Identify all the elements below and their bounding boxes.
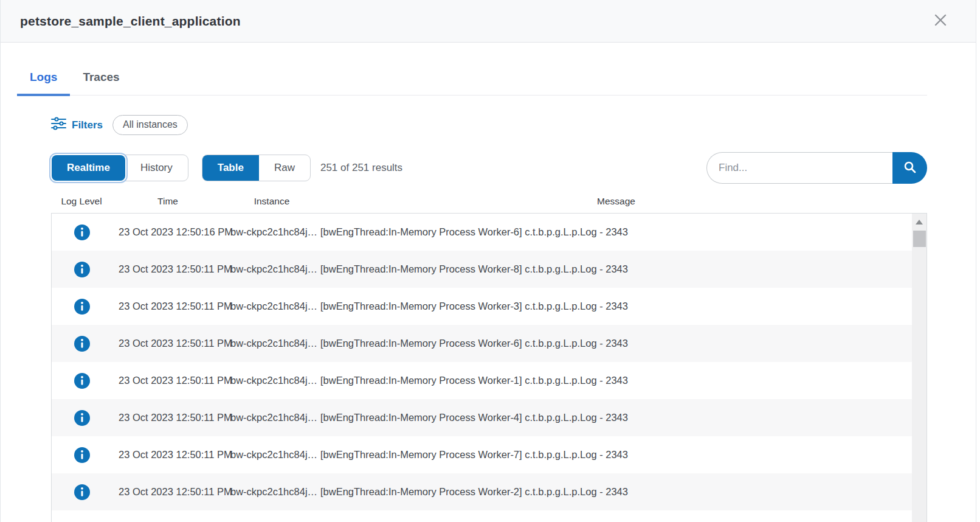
filters-button[interactable]: Filters (51, 117, 103, 133)
scroll-up-button[interactable] (912, 214, 927, 231)
log-time: 23 Oct 2023 12:50:11 PM (112, 338, 224, 349)
results-count: 251 of 251 results (320, 162, 402, 174)
log-table-header: Log Level Time Instance Message (51, 196, 913, 213)
log-message: [bwEngThread:In-Memory Process Worker-6]… (320, 338, 912, 349)
info-level-icon (74, 447, 90, 463)
search-button[interactable] (892, 152, 927, 184)
table-row[interactable]: 23 Oct 2023 12:50:11 PM bw-ckpc2c1hc84j…… (52, 362, 912, 399)
close-button[interactable] (930, 10, 951, 32)
log-message: [bwEngThread:In-Memory Process Worker-2]… (320, 486, 912, 498)
tab-logs[interactable]: Logs (17, 66, 70, 96)
scroll-up-arrow-icon (916, 220, 923, 224)
column-header-instance: Instance (224, 196, 320, 207)
search-input[interactable] (706, 152, 892, 184)
log-time: 23 Oct 2023 12:50:16 PM (112, 226, 224, 238)
log-instance: bw-ckpc2c1hc84j… (224, 412, 320, 423)
info-level-icon (74, 410, 90, 426)
dialog-header: petstore_sample_client_application (1, 0, 976, 43)
log-instance: bw-ckpc2c1hc84j… (224, 375, 320, 386)
log-instance: bw-ckpc2c1hc84j… (224, 226, 320, 238)
log-rows: 23 Oct 2023 12:50:16 PM bw-ckpc2c1hc84j…… (52, 214, 912, 522)
log-time: 23 Oct 2023 12:50:11 PM (112, 449, 224, 461)
tab-bar: Logs Traces (17, 43, 927, 96)
log-instance: bw-ckpc2c1hc84j… (224, 449, 320, 461)
column-header-message: Message (320, 196, 913, 207)
log-table: 23 Oct 2023 12:50:16 PM bw-ckpc2c1hc84j…… (51, 213, 927, 522)
realtime-toggle[interactable]: Realtime (52, 155, 125, 181)
filters-row: Filters All instances (51, 115, 927, 135)
log-instance: bw-ckpc2c1hc84j… (224, 301, 320, 312)
view-toggle-group: Table Raw (202, 155, 311, 181)
log-message: [bwEngThread:In-Memory Process Worker-8]… (320, 263, 912, 275)
vertical-scrollbar[interactable] (912, 214, 927, 522)
close-icon (933, 13, 948, 30)
column-header-time: Time (112, 196, 224, 207)
info-level-icon (74, 484, 90, 500)
log-message: [bwEngThread:In-Memory Process Worker-4]… (320, 412, 912, 423)
info-level-icon (74, 224, 90, 240)
column-header-log-level: Log Level (51, 196, 112, 207)
sliders-filter-icon (51, 117, 66, 133)
table-row[interactable]: 23 Oct 2023 12:50:11 PM bw-ckpc2c1hc84j…… (52, 325, 912, 362)
log-message: [bwEngThread:In-Memory Process Worker-6]… (320, 226, 912, 238)
log-time: 23 Oct 2023 12:50:11 PM (112, 301, 224, 312)
filters-label: Filters (72, 119, 103, 131)
info-level-icon (74, 373, 90, 389)
log-message: [bwEngThread:In-Memory Process Worker-3]… (320, 301, 912, 312)
mode-toggle-group: Realtime History (51, 155, 188, 181)
log-instance: bw-ckpc2c1hc84j… (224, 486, 320, 498)
log-message: [bwEngThread:In-Memory Process Worker-7]… (320, 449, 912, 461)
table-row-partial[interactable] (52, 510, 912, 522)
log-time: 23 Oct 2023 12:50:11 PM (112, 263, 224, 275)
table-row[interactable]: 23 Oct 2023 12:50:11 PM bw-ckpc2c1hc84j…… (52, 399, 912, 436)
info-level-icon (74, 262, 90, 277)
search-bar (706, 152, 927, 184)
table-row[interactable]: 23 Oct 2023 12:50:11 PM bw-ckpc2c1hc84j…… (52, 251, 912, 288)
table-row[interactable]: 23 Oct 2023 12:50:11 PM bw-ckpc2c1hc84j…… (52, 288, 912, 325)
info-level-icon (74, 299, 90, 315)
log-time: 23 Oct 2023 12:50:11 PM (112, 412, 224, 423)
table-row[interactable]: 23 Oct 2023 12:50:16 PM bw-ckpc2c1hc84j…… (52, 214, 912, 251)
dialog-title: petstore_sample_client_application (20, 14, 241, 29)
scrollbar-thumb[interactable] (913, 231, 926, 247)
log-time: 23 Oct 2023 12:50:11 PM (112, 375, 224, 386)
controls-row: Realtime History Table Raw 251 of 251 re… (51, 152, 927, 184)
raw-view-toggle[interactable]: Raw (259, 155, 310, 181)
log-message: [bwEngThread:In-Memory Process Worker-1]… (320, 375, 912, 386)
info-level-icon (74, 336, 90, 352)
table-row[interactable]: 23 Oct 2023 12:50:11 PM bw-ckpc2c1hc84j…… (52, 436, 912, 473)
log-instance: bw-ckpc2c1hc84j… (224, 338, 320, 349)
tab-traces[interactable]: Traces (70, 66, 132, 96)
application-log-dialog: petstore_sample_client_application Logs … (0, 0, 976, 522)
history-toggle[interactable]: History (125, 155, 188, 181)
log-time: 23 Oct 2023 12:50:11 PM (112, 486, 224, 498)
instance-filter-chip[interactable]: All instances (112, 115, 188, 135)
table-row[interactable]: 23 Oct 2023 12:50:11 PM bw-ckpc2c1hc84j…… (52, 473, 912, 510)
table-view-toggle[interactable]: Table (202, 155, 259, 181)
search-icon (903, 160, 917, 176)
log-instance: bw-ckpc2c1hc84j… (224, 263, 320, 275)
logs-panel: Filters All instances Realtime History T… (51, 115, 927, 522)
